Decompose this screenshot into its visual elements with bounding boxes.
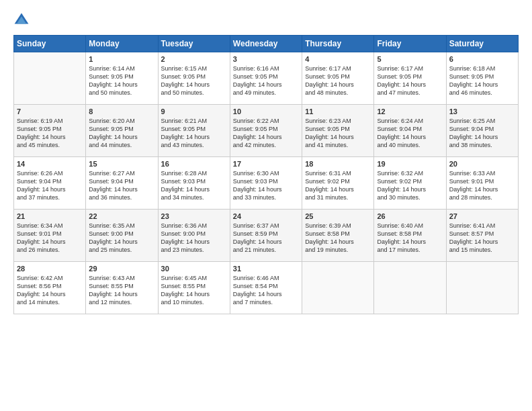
- day-number: 26: [377, 212, 443, 220]
- calendar-cell: [14, 52, 86, 105]
- day-number: 24: [233, 212, 299, 220]
- calendar-cell: 8Sunrise: 6:20 AM Sunset: 9:05 PM Daylig…: [86, 105, 158, 157]
- page: SundayMondayTuesdayWednesdayThursdayFrid…: [0, 0, 532, 411]
- day-number: 11: [305, 107, 371, 116]
- day-number: 3: [233, 55, 299, 63]
- day-number: 17: [233, 160, 299, 168]
- calendar-body: 1Sunrise: 6:14 AM Sunset: 9:05 PM Daylig…: [14, 52, 519, 314]
- day-info: Sunrise: 6:18 AM Sunset: 9:05 PM Dayligh…: [449, 64, 515, 97]
- day-number: 30: [161, 265, 227, 273]
- calendar-cell: 14Sunrise: 6:26 AM Sunset: 9:04 PM Dayli…: [14, 157, 86, 210]
- week-row-4: 28Sunrise: 6:42 AM Sunset: 8:56 PM Dayli…: [14, 262, 519, 314]
- calendar-table: SundayMondayTuesdayWednesdayThursdayFrid…: [13, 35, 519, 314]
- calendar-cell: 6Sunrise: 6:18 AM Sunset: 9:05 PM Daylig…: [446, 52, 518, 105]
- day-number: 6: [449, 55, 515, 63]
- header-cell-tuesday: Tuesday: [158, 36, 230, 52]
- day-info: Sunrise: 6:28 AM Sunset: 9:03 PM Dayligh…: [161, 169, 227, 202]
- day-info: Sunrise: 6:34 AM Sunset: 9:01 PM Dayligh…: [17, 222, 83, 255]
- calendar-cell: 1Sunrise: 6:14 AM Sunset: 9:05 PM Daylig…: [86, 52, 158, 105]
- day-number: 12: [377, 107, 443, 116]
- day-number: 7: [17, 107, 83, 116]
- header-cell-monday: Monday: [86, 36, 158, 52]
- calendar-cell: 7Sunrise: 6:19 AM Sunset: 9:05 PM Daylig…: [14, 105, 86, 157]
- day-info: Sunrise: 6:32 AM Sunset: 9:02 PM Dayligh…: [377, 169, 443, 202]
- calendar-cell: 30Sunrise: 6:45 AM Sunset: 8:55 PM Dayli…: [158, 262, 230, 314]
- day-number: 21: [17, 212, 83, 220]
- day-number: 31: [233, 265, 299, 273]
- day-number: 20: [449, 160, 515, 168]
- calendar-cell: 23Sunrise: 6:36 AM Sunset: 9:00 PM Dayli…: [158, 210, 230, 262]
- day-info: Sunrise: 6:22 AM Sunset: 9:05 PM Dayligh…: [233, 117, 299, 150]
- day-info: Sunrise: 6:30 AM Sunset: 9:03 PM Dayligh…: [233, 169, 299, 202]
- day-info: Sunrise: 6:21 AM Sunset: 9:05 PM Dayligh…: [161, 117, 227, 150]
- calendar-cell: 31Sunrise: 6:46 AM Sunset: 8:54 PM Dayli…: [230, 262, 302, 314]
- day-info: Sunrise: 6:43 AM Sunset: 8:55 PM Dayligh…: [89, 274, 154, 307]
- day-info: Sunrise: 6:17 AM Sunset: 9:05 PM Dayligh…: [305, 64, 371, 97]
- calendar-cell: 28Sunrise: 6:42 AM Sunset: 8:56 PM Dayli…: [14, 262, 86, 314]
- header-cell-sunday: Sunday: [14, 36, 86, 52]
- header-row: SundayMondayTuesdayWednesdayThursdayFrid…: [14, 36, 519, 52]
- day-number: 29: [89, 265, 154, 273]
- calendar-cell: 25Sunrise: 6:39 AM Sunset: 8:58 PM Dayli…: [302, 210, 374, 262]
- day-number: 13: [449, 107, 515, 116]
- calendar-cell: 3Sunrise: 6:16 AM Sunset: 9:05 PM Daylig…: [230, 52, 302, 105]
- day-info: Sunrise: 6:23 AM Sunset: 9:05 PM Dayligh…: [305, 117, 371, 150]
- calendar-cell: 9Sunrise: 6:21 AM Sunset: 9:05 PM Daylig…: [158, 105, 230, 157]
- day-info: Sunrise: 6:14 AM Sunset: 9:05 PM Dayligh…: [89, 64, 154, 97]
- calendar-cell: [302, 262, 374, 314]
- calendar-cell: 29Sunrise: 6:43 AM Sunset: 8:55 PM Dayli…: [86, 262, 158, 314]
- header-cell-thursday: Thursday: [302, 36, 374, 52]
- day-info: Sunrise: 6:35 AM Sunset: 9:00 PM Dayligh…: [89, 222, 154, 255]
- calendar-cell: 10Sunrise: 6:22 AM Sunset: 9:05 PM Dayli…: [230, 105, 302, 157]
- day-info: Sunrise: 6:26 AM Sunset: 9:04 PM Dayligh…: [17, 169, 83, 202]
- day-info: Sunrise: 6:27 AM Sunset: 9:04 PM Dayligh…: [89, 169, 154, 202]
- day-info: Sunrise: 6:31 AM Sunset: 9:02 PM Dayligh…: [305, 169, 371, 202]
- day-number: 10: [233, 107, 299, 116]
- calendar-cell: 4Sunrise: 6:17 AM Sunset: 9:05 PM Daylig…: [302, 52, 374, 105]
- header-cell-wednesday: Wednesday: [230, 36, 302, 52]
- calendar-cell: 27Sunrise: 6:41 AM Sunset: 8:57 PM Dayli…: [446, 210, 518, 262]
- day-info: Sunrise: 6:19 AM Sunset: 9:05 PM Dayligh…: [17, 117, 83, 150]
- calendar-cell: 12Sunrise: 6:24 AM Sunset: 9:04 PM Dayli…: [374, 105, 446, 157]
- header: [13, 12, 519, 28]
- day-info: Sunrise: 6:45 AM Sunset: 8:55 PM Dayligh…: [161, 274, 227, 307]
- day-info: Sunrise: 6:36 AM Sunset: 9:00 PM Dayligh…: [161, 222, 227, 255]
- logo: [13, 12, 32, 28]
- calendar-cell: 16Sunrise: 6:28 AM Sunset: 9:03 PM Dayli…: [158, 157, 230, 210]
- calendar-cell: 22Sunrise: 6:35 AM Sunset: 9:00 PM Dayli…: [86, 210, 158, 262]
- logo-icon: [13, 12, 30, 28]
- day-number: 8: [89, 107, 154, 116]
- day-info: Sunrise: 6:15 AM Sunset: 9:05 PM Dayligh…: [161, 64, 227, 97]
- day-number: 22: [89, 212, 154, 220]
- week-row-0: 1Sunrise: 6:14 AM Sunset: 9:05 PM Daylig…: [14, 52, 519, 105]
- day-info: Sunrise: 6:24 AM Sunset: 9:04 PM Dayligh…: [377, 117, 443, 150]
- day-info: Sunrise: 6:40 AM Sunset: 8:58 PM Dayligh…: [377, 222, 443, 255]
- week-row-1: 7Sunrise: 6:19 AM Sunset: 9:05 PM Daylig…: [14, 105, 519, 157]
- day-number: 16: [161, 160, 227, 168]
- header-cell-friday: Friday: [374, 36, 446, 52]
- calendar-cell: 17Sunrise: 6:30 AM Sunset: 9:03 PM Dayli…: [230, 157, 302, 210]
- calendar-cell: 18Sunrise: 6:31 AM Sunset: 9:02 PM Dayli…: [302, 157, 374, 210]
- calendar-cell: 15Sunrise: 6:27 AM Sunset: 9:04 PM Dayli…: [86, 157, 158, 210]
- week-row-2: 14Sunrise: 6:26 AM Sunset: 9:04 PM Dayli…: [14, 157, 519, 210]
- day-number: 4: [305, 55, 371, 63]
- calendar-cell: 20Sunrise: 6:33 AM Sunset: 9:01 PM Dayli…: [446, 157, 518, 210]
- calendar-cell: 24Sunrise: 6:37 AM Sunset: 8:59 PM Dayli…: [230, 210, 302, 262]
- day-number: 5: [377, 55, 443, 63]
- day-number: 19: [377, 160, 443, 168]
- day-number: 2: [161, 55, 227, 63]
- day-number: 9: [161, 107, 227, 116]
- calendar-cell: [446, 262, 518, 314]
- day-number: 27: [449, 212, 515, 220]
- day-info: Sunrise: 6:41 AM Sunset: 8:57 PM Dayligh…: [449, 222, 515, 255]
- calendar-header: SundayMondayTuesdayWednesdayThursdayFrid…: [14, 36, 519, 52]
- day-info: Sunrise: 6:20 AM Sunset: 9:05 PM Dayligh…: [89, 117, 154, 150]
- calendar-cell: 5Sunrise: 6:17 AM Sunset: 9:05 PM Daylig…: [374, 52, 446, 105]
- calendar-cell: [374, 262, 446, 314]
- day-info: Sunrise: 6:33 AM Sunset: 9:01 PM Dayligh…: [449, 169, 515, 202]
- day-number: 1: [89, 55, 154, 63]
- header-cell-saturday: Saturday: [446, 36, 518, 52]
- day-info: Sunrise: 6:16 AM Sunset: 9:05 PM Dayligh…: [233, 64, 299, 97]
- day-info: Sunrise: 6:25 AM Sunset: 9:04 PM Dayligh…: [449, 117, 515, 150]
- day-number: 28: [17, 265, 83, 273]
